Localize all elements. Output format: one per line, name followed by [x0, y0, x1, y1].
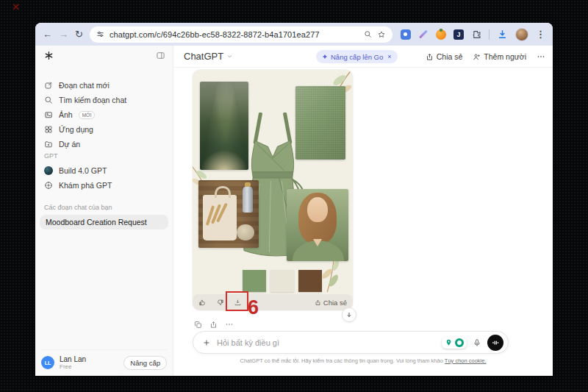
- profile-plan: Free: [60, 363, 86, 370]
- sidebar-item-label: Đoạn chat mới: [59, 81, 110, 90]
- steel-bottle: [243, 186, 253, 213]
- chat-title: Moodboard Creation Request: [46, 218, 147, 227]
- image-share-label: Chia sẻ: [323, 299, 347, 307]
- sidebar-item-new-chat[interactable]: Đoạn chat mới: [44, 79, 167, 92]
- chats-section-title: Các đoạn chat của bạn: [44, 204, 112, 211]
- upgrade-go-label: Nâng cấp lên Go: [331, 53, 383, 61]
- image-share-button[interactable]: Chia sẻ: [315, 299, 347, 307]
- upgrade-button[interactable]: Nâng cấp: [123, 356, 167, 370]
- toolbar-separator: [489, 29, 490, 40]
- url-text[interactable]: chatgpt.com/c/694c26bb-ec58-8322-8872-b4…: [110, 30, 359, 39]
- downloads-icon[interactable]: [497, 29, 508, 40]
- share-icon: [315, 299, 321, 306]
- model-name: ChatGPT: [184, 51, 223, 62]
- badge-close-icon[interactable]: ×: [387, 53, 391, 60]
- composer[interactable]: Hỏi bất kỳ điều gì: [193, 331, 509, 354]
- location-pin-icon: [445, 338, 453, 346]
- share-button[interactable]: Chia sẻ: [426, 52, 463, 61]
- more-options-icon[interactable]: [225, 320, 234, 329]
- folder-icon: [44, 140, 53, 149]
- sidebar: Đoạn chat mới Tìm kiếm đoạn chat Ảnh MỚI: [35, 46, 173, 376]
- extension-circle-icon: [455, 338, 464, 347]
- color-swatch-cream: [270, 270, 294, 292]
- explore-gpts-icon: [44, 181, 53, 190]
- tote-bag: [203, 195, 237, 240]
- build-gpt-icon: [44, 166, 53, 175]
- sidebar-item-apps[interactable]: Ứng dụng: [44, 123, 167, 136]
- zoom-page-icon[interactable]: [364, 30, 372, 38]
- chevron-down-icon: [226, 53, 233, 60]
- refresh-icon[interactable]: ↻: [75, 29, 83, 39]
- browser-toolbar: ← → ↻ chatgpt.com/c/694c26bb-ec58-8322-8…: [35, 23, 553, 46]
- disclaimer-text: ChatGPT có thể mắc lỗi. Hãy kiểm tra các…: [240, 357, 444, 364]
- apps-grid-icon: [44, 125, 53, 134]
- avatar: LL: [41, 356, 54, 369]
- extensions-puzzle-icon[interactable]: [471, 29, 481, 40]
- annotation-step-number: 6: [248, 296, 259, 319]
- site-info-icon[interactable]: [96, 30, 104, 38]
- sidebar-item-explore-gpt[interactable]: Khám phá GPT: [44, 179, 167, 192]
- sidebar-item-label: Ảnh: [59, 110, 73, 119]
- extension-tag-icon[interactable]: [401, 29, 411, 40]
- jar: [237, 224, 254, 240]
- copy-icon[interactable]: [194, 321, 202, 329]
- new-chat-icon: [44, 81, 53, 90]
- sidebar-item-projects[interactable]: Dự án: [44, 138, 167, 151]
- add-people-label: Thêm người: [484, 52, 526, 61]
- moodboard-portrait-photo: [287, 189, 348, 261]
- thumbs-up-icon[interactable]: [198, 299, 207, 307]
- sidebar-item-search-chats[interactable]: Tìm kiếm đoạn chat: [44, 93, 167, 107]
- person-plus-icon: [473, 53, 481, 61]
- sidebar-item-label: Khám phá GPT: [59, 181, 112, 190]
- corner-annotation-x: ✕: [12, 1, 20, 13]
- url-bar[interactable]: chatgpt.com/c/694c26bb-ec58-8322-8872-b4…: [90, 26, 392, 43]
- browser-window: ← → ↻ chatgpt.com/c/694c26bb-ec58-8322-8…: [35, 23, 553, 376]
- diamond-icon: [322, 54, 328, 60]
- attach-plus-icon[interactable]: [202, 338, 211, 347]
- browser-profile-avatar[interactable]: [515, 28, 528, 41]
- extension-pumpkin-icon[interactable]: [436, 29, 446, 40]
- gpt-section-title: GPT: [44, 152, 58, 160]
- color-swatch-green: [243, 270, 266, 292]
- image-action-bar: Chia sẻ: [193, 294, 353, 310]
- extension-pen-icon[interactable]: [418, 29, 429, 40]
- browser-menu-icon[interactable]: ⋮: [536, 29, 545, 39]
- moodboard-tote-photo: [198, 180, 259, 248]
- annotation-highlight-box: [226, 291, 248, 311]
- sidebar-item-label: Build 4.0 GPT: [59, 166, 107, 175]
- search-icon: [44, 96, 53, 104]
- sidebar-item-build-gpt[interactable]: Build 4.0 GPT: [44, 164, 167, 177]
- add-people-button[interactable]: Thêm người: [473, 52, 526, 61]
- chatgpt-logo-icon[interactable]: [44, 51, 54, 60]
- model-selector[interactable]: ChatGPT: [184, 51, 233, 62]
- forward-icon[interactable]: →: [59, 29, 68, 39]
- chat-main: ChatGPT Nâng cấp lên Go ×: [173, 46, 553, 376]
- sidebar-item-label: Ứng dụng: [59, 125, 93, 134]
- sidebar-item-label: Tìm kiếm đoạn chat: [59, 96, 126, 104]
- mic-icon[interactable]: [473, 338, 481, 347]
- extension-overlay-widget[interactable]: [442, 337, 467, 349]
- moodboard-image[interactable]: Chia sẻ: [193, 70, 353, 310]
- profile-row[interactable]: LL Lan Lan Free Nâng cấp: [41, 349, 167, 371]
- scroll-to-bottom-button[interactable]: [342, 307, 356, 322]
- composer-placeholder[interactable]: Hỏi bất kỳ điều gì: [217, 338, 436, 347]
- voice-mode-button[interactable]: [487, 335, 503, 351]
- desktop: { "annotations": { "corner_mark": "✕", "…: [0, 0, 588, 392]
- thumbs-down-icon[interactable]: [216, 299, 224, 307]
- upgrade-go-badge[interactable]: Nâng cấp lên Go ×: [316, 50, 398, 63]
- sidebar-item-label: Dự án: [59, 140, 80, 149]
- color-swatch-brown: [298, 270, 322, 292]
- extension-j-icon[interactable]: J: [453, 29, 464, 40]
- share-label: Chia sẻ: [437, 52, 463, 61]
- bookmark-star-icon[interactable]: [377, 30, 386, 39]
- image-icon: [44, 110, 53, 119]
- message-actions: [194, 320, 234, 329]
- cookie-settings-link[interactable]: Tùy chọn cookie.: [445, 357, 487, 364]
- sidebar-collapse-icon[interactable]: [156, 51, 165, 60]
- header-more-icon[interactable]: [537, 52, 545, 61]
- sidebar-item-images[interactable]: Ảnh MỚI: [44, 108, 167, 121]
- profile-name: Lan Lan: [60, 355, 86, 364]
- back-icon[interactable]: ←: [43, 29, 52, 39]
- share-message-icon[interactable]: [209, 321, 218, 329]
- sidebar-chat-moodboard[interactable]: Moodboard Creation Request: [40, 215, 168, 229]
